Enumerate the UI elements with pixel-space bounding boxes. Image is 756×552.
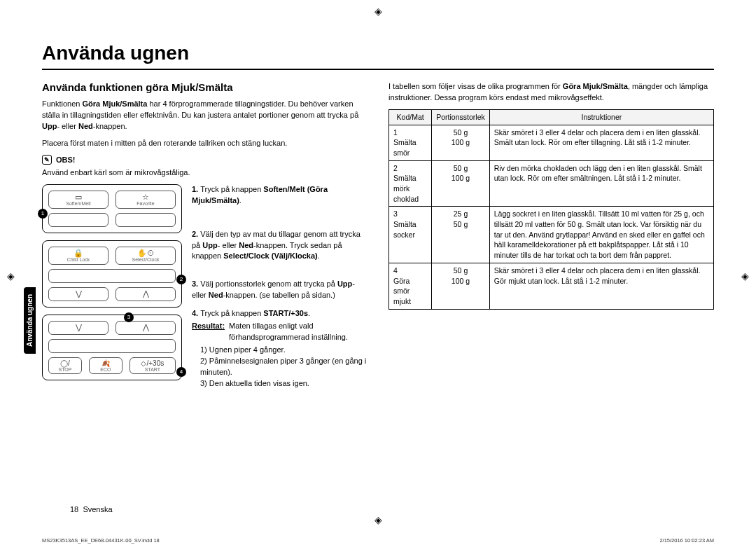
button-label: Select/Clock: [132, 257, 160, 262]
button-label: START: [145, 367, 160, 372]
section-heading: Använda funktionen göra Mjuk/Smälta: [42, 81, 368, 93]
intro-paragraph-2: Placera först maten i mitten på den rote…: [42, 138, 368, 149]
text-bold: Upp: [337, 280, 352, 288]
text-bold: Göra Mjuk/Smälta: [82, 99, 147, 108]
text-bold: Göra Mjuk/Smälta: [563, 82, 628, 90]
right-column: I tabellen som följer visas de olika pro…: [388, 81, 714, 396]
side-tab: Använda ugnen: [24, 287, 36, 354]
button-label: STOP: [58, 367, 71, 372]
result-item: 1) Ugnen piper 4 gånger.: [200, 345, 368, 356]
text: +30s: [148, 359, 164, 367]
panel-select: 🔒 Child Lock ✋⏲ Select/Clock ⋁ ⋀: [42, 240, 182, 308]
footer-right: 2/15/2016 10:02:23 AM: [659, 537, 714, 544]
th-code: Kod/Mat: [389, 109, 432, 125]
text-bold: START/+30s: [263, 309, 308, 317]
text-bold: Upp: [202, 241, 217, 249]
callout-1: 1: [38, 209, 48, 219]
crop-mark-icon: ◈: [374, 6, 382, 17]
text: Ugnen piper 4 gånger.: [209, 345, 286, 354]
text: Tryck på knappen: [200, 185, 263, 193]
text-bold: Upp: [42, 122, 57, 130]
steps-text: 1. Tryck på knappen Soften/Melt (Göra Mj…: [192, 184, 368, 396]
cell-size: 50 g100 g: [432, 160, 489, 207]
blank-button: [48, 213, 108, 227]
text: Välj portionsstorlek genom att trycka på: [200, 280, 337, 288]
result-item: 2) Påminnelsesignalen piper 3 gånger (en…: [200, 356, 368, 378]
text: Den aktuella tiden visas igen.: [209, 379, 309, 387]
result-label: Resultat:: [192, 321, 225, 343]
cell-instr: Riv den mörka chokladen och lägg den i e…: [489, 160, 713, 207]
child-lock-button: 🔒 Child Lock: [48, 247, 108, 265]
cell-code: 2Smälta mörk choklad: [389, 160, 432, 207]
lock-icon: 🔒: [74, 249, 83, 257]
cell-code: 1Smälta smör: [389, 125, 432, 160]
step-3: 3. Välj portionsstorlek genom att trycka…: [192, 279, 368, 301]
eco-button: 🍂 ECO: [89, 357, 122, 374]
program-table: Kod/Mat Portionsstorlek Instruktioner 1S…: [388, 109, 714, 310]
up-button: ⋀: [115, 287, 176, 301]
favorite-button: ☆ Favorite: [115, 191, 176, 209]
step-2: 2. Välj den typ av mat du tillagar genom…: [192, 229, 368, 263]
text: .: [318, 251, 320, 260]
down-button: ⋁: [48, 287, 108, 301]
result-item: 3) Den aktuella tiden visas igen.: [200, 378, 368, 389]
th-instr: Instruktioner: [489, 109, 713, 125]
button-label: Child Lock: [67, 257, 90, 262]
panel-start: ⋁ ⋀ ◯/ STOP 🍂 ECO: [42, 315, 182, 380]
callout-3: 3: [124, 312, 134, 322]
stop-icon: ◯/: [60, 359, 70, 367]
page-number: 18 Svenska: [70, 505, 113, 513]
text: I tabellen som följer visas de olika pro…: [388, 82, 563, 90]
text-bold: Select/Clock (Välj/Klocka): [223, 251, 318, 260]
text: - eller: [57, 122, 78, 130]
text: .: [308, 309, 310, 317]
callout-2: 2: [176, 275, 186, 284]
callout-4: 4: [176, 367, 186, 377]
crop-mark-icon: ◈: [374, 514, 382, 525]
cell-instr: Skär smöret i 3 eller 4 delar och placer…: [489, 263, 713, 309]
result-text: Maten tillagas enligt vald förhandsprogr…: [229, 321, 368, 343]
table-row: 1Smälta smör 50 g100 g Skär smöret i 3 e…: [389, 125, 714, 160]
star-icon: ☆: [142, 193, 149, 201]
text: -knappen. (se tabellen på sidan.): [223, 291, 335, 299]
display-bar: [48, 269, 176, 283]
select-clock-button: ✋⏲ Select/Clock: [115, 247, 176, 265]
start-button: ◇/+30s START: [130, 357, 176, 374]
table-row: 4Göra smör mjukt 50 g100 g Skär smöret i…: [389, 263, 714, 309]
table-row: 2Smälta mörk choklad 50 g100 g Riv den m…: [389, 160, 714, 207]
text-bold: Ned: [209, 291, 223, 299]
text: Tryck på knappen: [200, 309, 263, 317]
button-label: ECO: [100, 367, 111, 372]
text: .: [239, 196, 241, 205]
soften-melt-button: ▭ Soften/Melt: [48, 191, 108, 209]
footer-left: MS23K3513AS_EE_DE68-04431K-00_SV.indd 18: [42, 537, 160, 544]
text: Påminnelsesignalen piper 3 gånger (en gå…: [200, 357, 366, 376]
text: Funktionen: [42, 99, 82, 108]
text: - eller: [218, 241, 239, 249]
note-row: ✎ OBS!: [42, 155, 368, 165]
display-bar: [48, 339, 176, 353]
table-row: 3Smälta socker 25 g50 g Lägg sockret i e…: [389, 207, 714, 263]
print-footer: MS23K3513AS_EE_DE68-04431K-00_SV.indd 18…: [42, 537, 714, 544]
control-panel-diagrams: ▭ Soften/Melt ☆ Favorite 1: [42, 184, 182, 396]
cell-instr: Skär smöret i 3 eller 4 delar och placer…: [489, 125, 713, 160]
doc-icon: ▭: [75, 193, 82, 201]
start-icon: ◇/+30s: [141, 359, 164, 367]
page-title: Använda ugnen: [42, 42, 714, 64]
cell-instr: Lägg sockret i en liten glasskål. Tillsä…: [489, 207, 713, 263]
step-4: 4. Tryck på knappen START/+30s. Resultat…: [192, 308, 368, 389]
title-rule: [42, 69, 714, 70]
cell-code: 3Smälta socker: [389, 207, 432, 263]
text-bold: Ned: [78, 122, 93, 130]
th-size: Portionsstorlek: [432, 109, 489, 125]
button-label: Favorite: [136, 201, 154, 206]
left-column: Använda funktionen göra Mjuk/Smälta Funk…: [42, 81, 368, 396]
note-text: Använd enbart kärl som är mikrovågstålig…: [42, 167, 368, 179]
button-label: Soften/Melt: [66, 201, 90, 206]
table-intro: I tabellen som följer visas de olika pro…: [388, 81, 714, 104]
cell-size: 50 g100 g: [432, 125, 489, 160]
intro-paragraph-1: Funktionen Göra Mjuk/Smälta har 4 förpro…: [42, 99, 368, 132]
eco-icon: 🍂: [102, 359, 110, 367]
stop-button: ◯/ STOP: [48, 357, 82, 374]
up-button: ⋀: [115, 321, 176, 335]
